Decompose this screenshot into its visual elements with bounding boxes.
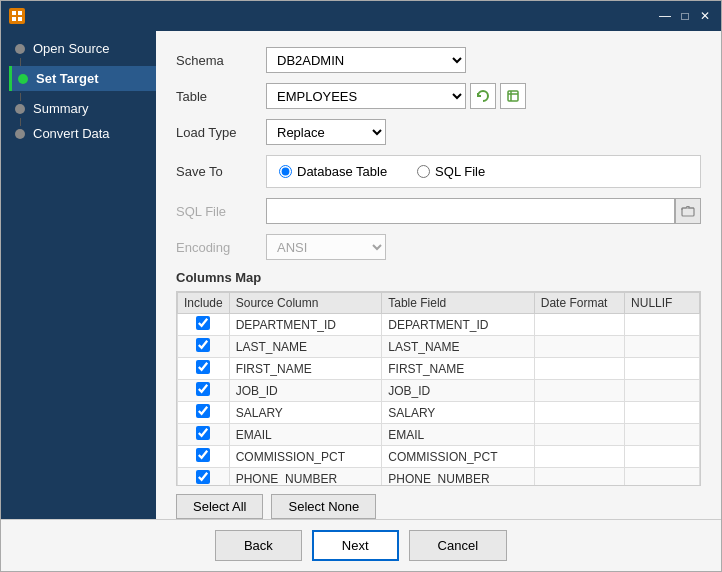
maximize-button[interactable]: □ <box>677 8 693 24</box>
col-field-4: SALARY <box>382 402 535 424</box>
col-include-checkbox-5[interactable] <box>196 426 210 440</box>
encoding-control: ANSI UTF-8 UTF-16 <box>266 234 701 260</box>
select-buttons: Select All Select None <box>176 494 701 519</box>
col-include-0 <box>178 314 230 336</box>
col-include-checkbox-3[interactable] <box>196 382 210 396</box>
svg-rect-0 <box>12 11 16 15</box>
save-to-row: Save To Database Table SQL File <box>176 155 701 188</box>
col-date-1 <box>534 336 624 358</box>
encoding-label: Encoding <box>176 240 266 255</box>
sidebar-dot-open-source <box>15 44 25 54</box>
col-include-checkbox-0[interactable] <box>196 316 210 330</box>
col-field-1: LAST_NAME <box>382 336 535 358</box>
col-source-0: DEPARTMENT_ID <box>229 314 382 336</box>
col-include-2 <box>178 358 230 380</box>
sidebar-item-open-source[interactable]: Open Source <box>15 41 156 56</box>
encoding-select[interactable]: ANSI UTF-8 UTF-16 <box>266 234 386 260</box>
table-row: DEPARTMENT_ID DEPARTMENT_ID <box>178 314 700 336</box>
window: — □ ✕ Open Source Set Target Summary <box>0 0 722 572</box>
sidebar: Open Source Set Target Summary Convert D… <box>1 31 156 519</box>
svg-rect-1 <box>18 11 22 15</box>
title-bar-left <box>9 8 25 24</box>
schema-select[interactable]: DB2ADMIN <box>266 47 466 73</box>
table-control: EMPLOYEES <box>266 83 701 109</box>
col-date-5 <box>534 424 624 446</box>
col-source-4: SALARY <box>229 402 382 424</box>
sidebar-label-summary: Summary <box>33 101 89 116</box>
sidebar-label-set-target: Set Target <box>36 71 99 86</box>
table-row: JOB_ID JOB_ID <box>178 380 700 402</box>
sidebar-item-convert-data[interactable]: Convert Data <box>15 126 156 141</box>
load-type-row: Load Type Replace Append Truncate <box>176 119 701 145</box>
sql-file-browse-button[interactable] <box>675 198 701 224</box>
main-form: Schema DB2ADMIN Table EMPLOYEES <box>156 31 721 519</box>
col-nullif-7 <box>625 468 700 487</box>
cancel-button[interactable]: Cancel <box>409 530 507 561</box>
col-source-7: PHONE_NUMBER <box>229 468 382 487</box>
svg-rect-3 <box>18 17 22 21</box>
col-source-1: LAST_NAME <box>229 336 382 358</box>
next-button[interactable]: Next <box>312 530 399 561</box>
col-date-6 <box>534 446 624 468</box>
col-header-source: Source Column <box>229 293 382 314</box>
col-include-checkbox-1[interactable] <box>196 338 210 352</box>
col-include-checkbox-4[interactable] <box>196 404 210 418</box>
col-field-0: DEPARTMENT_ID <box>382 314 535 336</box>
sidebar-item-set-target[interactable]: Set Target <box>9 66 156 91</box>
load-type-label: Load Type <box>176 125 266 140</box>
close-button[interactable]: ✕ <box>697 8 713 24</box>
app-icon <box>9 8 25 24</box>
back-button[interactable]: Back <box>215 530 302 561</box>
load-type-select[interactable]: Replace Append Truncate <box>266 119 386 145</box>
col-include-checkbox-2[interactable] <box>196 360 210 374</box>
columns-map-title: Columns Map <box>176 270 701 285</box>
encoding-row: Encoding ANSI UTF-8 UTF-16 <box>176 234 701 260</box>
col-nullif-5 <box>625 424 700 446</box>
sidebar-dot-convert-data <box>15 129 25 139</box>
sql-file-input[interactable] <box>266 198 675 224</box>
col-include-7 <box>178 468 230 487</box>
table-settings-button[interactable] <box>500 83 526 109</box>
col-include-checkbox-7[interactable] <box>196 470 210 484</box>
table-label: Table <box>176 89 266 104</box>
col-header-field: Table Field <box>382 293 535 314</box>
col-field-6: COMMISSION_PCT <box>382 446 535 468</box>
svg-rect-7 <box>682 208 694 216</box>
footer: Back Next Cancel <box>1 519 721 571</box>
radio-sql-file-label: SQL File <box>435 164 485 179</box>
col-include-1 <box>178 336 230 358</box>
col-field-2: FIRST_NAME <box>382 358 535 380</box>
select-none-button[interactable]: Select None <box>271 494 376 519</box>
schema-row: Schema DB2ADMIN <box>176 47 701 73</box>
radio-sql-file-input[interactable] <box>417 165 430 178</box>
col-date-4 <box>534 402 624 424</box>
col-source-5: EMAIL <box>229 424 382 446</box>
save-to-group: Database Table SQL File <box>266 155 701 188</box>
table-select[interactable]: EMPLOYEES <box>266 83 466 109</box>
sql-file-row: SQL File <box>176 198 701 224</box>
col-include-6 <box>178 446 230 468</box>
sidebar-dot-set-target <box>18 74 28 84</box>
radio-database-table[interactable]: Database Table <box>279 164 387 179</box>
col-source-6: COMMISSION_PCT <box>229 446 382 468</box>
col-source-3: JOB_ID <box>229 380 382 402</box>
col-date-2 <box>534 358 624 380</box>
col-include-checkbox-6[interactable] <box>196 448 210 462</box>
window-controls: — □ ✕ <box>657 8 713 24</box>
radio-database-table-input[interactable] <box>279 165 292 178</box>
select-all-button[interactable]: Select All <box>176 494 263 519</box>
col-include-3 <box>178 380 230 402</box>
col-date-7 <box>534 468 624 487</box>
schema-label: Schema <box>176 53 266 68</box>
sidebar-item-summary[interactable]: Summary <box>15 101 156 116</box>
content: Open Source Set Target Summary Convert D… <box>1 31 721 519</box>
col-nullif-4 <box>625 402 700 424</box>
table-refresh-button[interactable] <box>470 83 496 109</box>
col-source-2: FIRST_NAME <box>229 358 382 380</box>
col-include-4 <box>178 402 230 424</box>
table-row: EMAIL EMAIL <box>178 424 700 446</box>
minimize-button[interactable]: — <box>657 8 673 24</box>
radio-sql-file[interactable]: SQL File <box>417 164 485 179</box>
sidebar-label-open-source: Open Source <box>33 41 110 56</box>
sql-file-label: SQL File <box>176 204 266 219</box>
